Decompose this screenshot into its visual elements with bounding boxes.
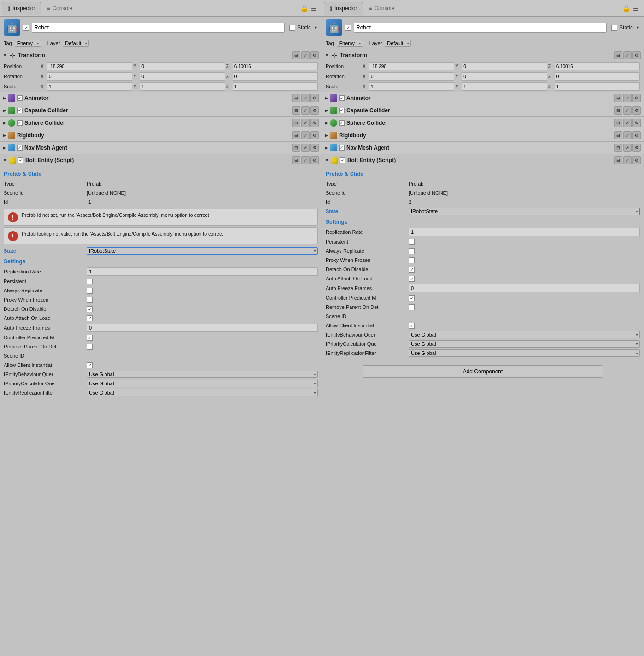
right-controller-checkbox[interactable] bbox=[409, 295, 415, 301]
left-transform-btn3[interactable]: ⚙ bbox=[310, 51, 319, 59]
left-pos-y-input[interactable] bbox=[140, 62, 225, 70]
right-detach-checkbox[interactable] bbox=[409, 267, 415, 273]
right-static-dropdown-arrow[interactable]: ▼ bbox=[636, 25, 640, 30]
right-sphere-btn3[interactable]: ⚙ bbox=[632, 119, 641, 127]
left-animator-btn1[interactable]: ⊟ bbox=[292, 94, 300, 102]
left-replication-input[interactable] bbox=[87, 267, 318, 276]
right-priority-calc-select[interactable]: Use Global bbox=[409, 340, 640, 348]
left-tab-console[interactable]: ≡ Console bbox=[41, 2, 78, 15]
right-pos-z-input[interactable] bbox=[555, 62, 640, 70]
right-capsule-checkbox[interactable]: ✓ bbox=[339, 108, 345, 113]
left-capsule-checkbox[interactable]: ✓ bbox=[17, 108, 23, 113]
left-state-select[interactable]: IRobotState bbox=[87, 247, 318, 255]
left-auto-attach-checkbox[interactable] bbox=[87, 315, 93, 321]
right-auto-attach-checkbox[interactable] bbox=[409, 276, 415, 282]
left-capsule-header[interactable]: ▶ ✓ Capsule Collider ⊟ ⤢ ⚙ bbox=[0, 104, 322, 116]
right-capsule-btn2[interactable]: ⤢ bbox=[623, 106, 632, 115]
left-sphere-checkbox[interactable]: ✓ bbox=[17, 120, 23, 126]
left-animator-btn3[interactable]: ⚙ bbox=[310, 94, 319, 102]
right-proxy-frozen-checkbox[interactable] bbox=[409, 257, 415, 263]
left-entity-behaviour-select[interactable]: Use Global bbox=[87, 371, 318, 378]
right-navmesh-checkbox[interactable]: ✓ bbox=[339, 145, 345, 151]
left-pos-z-input[interactable] bbox=[233, 62, 318, 70]
left-scale-x-input[interactable] bbox=[47, 82, 132, 91]
right-sphere-checkbox[interactable]: ✓ bbox=[339, 120, 345, 126]
right-animator-btn2[interactable]: ⤢ bbox=[623, 94, 632, 102]
left-animator-btn2[interactable]: ⤢ bbox=[301, 94, 310, 102]
right-entity-replication-wrapper[interactable]: Use Global bbox=[409, 349, 640, 357]
left-transform-btn2[interactable]: ⤢ bbox=[301, 51, 310, 59]
right-animator-checkbox[interactable]: ✓ bbox=[339, 95, 345, 101]
left-proxy-frozen-checkbox[interactable] bbox=[87, 297, 93, 303]
left-entity-replication-select[interactable]: Use Global bbox=[87, 389, 318, 396]
right-transform-btn1[interactable]: ⊟ bbox=[614, 51, 622, 59]
lock-icon-right[interactable]: 🔒 bbox=[622, 5, 630, 12]
left-animator-header[interactable]: ▶ ✓ Animator ⊟ ⤢ ⚙ bbox=[0, 92, 322, 104]
right-layer-select[interactable]: Default bbox=[385, 40, 411, 47]
left-bolt-btn2[interactable]: ⤢ bbox=[301, 156, 310, 164]
left-bolt-btn1[interactable]: ⊟ bbox=[292, 156, 300, 164]
left-sphere-btn2[interactable]: ⤢ bbox=[301, 119, 310, 127]
left-bolt-header[interactable]: ▼ ⚡ ✓ Bolt Entity (Script) ⊟ ⤢ ⚙ bbox=[0, 154, 322, 166]
left-state-select-wrapper[interactable]: IRobotState bbox=[87, 247, 318, 255]
right-always-replicate-checkbox[interactable] bbox=[409, 248, 415, 254]
right-navmesh-btn1[interactable]: ⊟ bbox=[614, 144, 622, 152]
right-scale-x-input[interactable] bbox=[369, 82, 454, 91]
right-priority-calc-wrapper[interactable]: Use Global bbox=[409, 340, 640, 348]
right-rigidbody-btn1[interactable]: ⊟ bbox=[614, 131, 622, 139]
left-sphere-btn1[interactable]: ⊟ bbox=[292, 119, 300, 127]
right-replication-input[interactable] bbox=[409, 228, 640, 236]
right-navmesh-btn3[interactable]: ⚙ bbox=[632, 144, 641, 152]
right-capsule-btn1[interactable]: ⊟ bbox=[614, 106, 622, 115]
left-layer-select-wrapper[interactable]: Default bbox=[63, 40, 89, 47]
left-animator-checkbox[interactable]: ✓ bbox=[17, 95, 23, 101]
left-rot-z-input[interactable] bbox=[233, 72, 318, 81]
left-capsule-btn1[interactable]: ⊟ bbox=[292, 106, 300, 115]
right-tab-console[interactable]: ≡ Console bbox=[363, 2, 400, 15]
left-priority-calc-select[interactable]: Use Global bbox=[87, 380, 318, 387]
left-navmesh-header[interactable]: ▶ ✓ Nav Mesh Agent ⊟ ⤢ ⚙ bbox=[0, 142, 322, 154]
right-persistent-checkbox[interactable] bbox=[409, 239, 415, 245]
right-bolt-btn3[interactable]: ⚙ bbox=[632, 156, 641, 164]
right-state-select-wrapper[interactable]: IRobotState bbox=[409, 208, 640, 215]
left-tag-select[interactable]: Enemy bbox=[15, 40, 41, 47]
right-pos-y-input[interactable] bbox=[462, 62, 547, 70]
right-pos-x-input[interactable] bbox=[369, 62, 454, 70]
left-layer-select[interactable]: Default bbox=[63, 40, 89, 47]
right-sphere-btn2[interactable]: ⤢ bbox=[623, 119, 632, 127]
left-entity-behaviour-wrapper[interactable]: Use Global bbox=[87, 371, 318, 378]
left-rot-x-input[interactable] bbox=[47, 72, 132, 81]
right-capsule-btn3[interactable]: ⚙ bbox=[632, 106, 641, 115]
right-rigidbody-btn2[interactable]: ⤢ bbox=[623, 131, 632, 139]
left-capsule-btn3[interactable]: ⚙ bbox=[310, 106, 319, 115]
left-detach-checkbox[interactable] bbox=[87, 306, 93, 312]
right-animator-btn1[interactable]: ⊟ bbox=[614, 94, 622, 102]
left-scale-y-input[interactable] bbox=[140, 82, 225, 91]
left-static-checkbox[interactable] bbox=[289, 25, 295, 31]
left-navmesh-btn3[interactable]: ⚙ bbox=[310, 144, 319, 152]
left-navmesh-btn2[interactable]: ⤢ bbox=[301, 144, 310, 152]
right-tag-select-wrapper[interactable]: Enemy bbox=[337, 40, 363, 47]
right-rot-y-input[interactable] bbox=[462, 72, 547, 81]
lock-icon-left[interactable]: 🔒 bbox=[300, 5, 308, 12]
right-state-select[interactable]: IRobotState bbox=[409, 208, 640, 215]
right-remove-parent-checkbox[interactable] bbox=[409, 304, 415, 310]
right-layer-select-wrapper[interactable]: Default bbox=[385, 40, 411, 47]
right-entity-behaviour-select[interactable]: Use Global bbox=[409, 331, 640, 338]
left-capsule-btn2[interactable]: ⤢ bbox=[301, 106, 310, 115]
left-sphere-btn3[interactable]: ⚙ bbox=[310, 119, 319, 127]
left-rigidbody-btn3[interactable]: ⚙ bbox=[310, 131, 319, 139]
right-add-component-button[interactable]: Add Component bbox=[363, 365, 603, 378]
left-rigidbody-btn2[interactable]: ⤢ bbox=[301, 131, 310, 139]
right-sphere-header[interactable]: ▶ ✓ Sphere Collider ⊟ ⤢ ⚙ bbox=[322, 117, 644, 129]
right-transform-btn3[interactable]: ⚙ bbox=[632, 51, 641, 59]
left-transform-btn1[interactable]: ⊟ bbox=[292, 51, 300, 59]
right-static-checkbox[interactable] bbox=[611, 25, 617, 31]
right-auto-freeze-input[interactable] bbox=[409, 284, 640, 292]
right-tag-select[interactable]: Enemy bbox=[337, 40, 363, 47]
left-controller-checkbox[interactable] bbox=[87, 335, 93, 341]
menu-icon-left[interactable]: ☰ bbox=[311, 5, 317, 12]
right-animator-header[interactable]: ▶ ✓ Animator ⊟ ⤢ ⚙ bbox=[322, 92, 644, 104]
right-navmesh-header[interactable]: ▶ ✓ Nav Mesh Agent ⊟ ⤢ ⚙ bbox=[322, 142, 644, 154]
right-entity-replication-select[interactable]: Use Global bbox=[409, 349, 640, 357]
